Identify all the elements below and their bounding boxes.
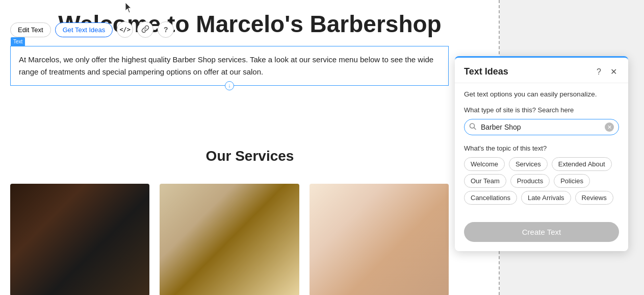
tags-row-2: Our Team Products Policies — [464, 174, 619, 188]
tag-policies[interactable]: Policies — [554, 174, 590, 188]
tags-row-1: Welcome Services Extended About — [464, 157, 619, 171]
search-clear-button[interactable]: ✕ — [605, 122, 614, 132]
edit-text-button[interactable]: Edit Text — [10, 22, 51, 37]
editor-toolbar: Edit Text Get Text Ideas </> ? — [10, 21, 174, 38]
tag-our-team[interactable]: Our Team — [464, 174, 506, 188]
editor-canvas: Edit Text Get Text Ideas </> ? Welcome t… — [0, 0, 500, 295]
images-row — [10, 184, 449, 295]
site-type-label: What type of site is this? Search here — [464, 106, 619, 114]
search-icon — [469, 123, 476, 132]
tags-row-3: Cancellations Late Arrivals Reviews — [464, 191, 619, 205]
image-2 — [160, 184, 299, 295]
get-text-ideas-button[interactable]: Get Text Ideas — [55, 22, 113, 37]
create-text-button[interactable]: Create Text — [464, 222, 619, 242]
tag-cancellations[interactable]: Cancellations — [464, 191, 517, 205]
panel-help-button[interactable]: ? — [595, 66, 603, 78]
tag-products[interactable]: Products — [510, 174, 550, 188]
create-btn-wrapper: Create Text — [455, 215, 628, 251]
link-icon — [141, 25, 149, 35]
text-ideas-panel: Text Ideas ? ✕ Get text options you can … — [455, 56, 628, 251]
site-type-search-input[interactable] — [464, 119, 619, 135]
text-block[interactable]: Text At Marcelos, we only offer the high… — [10, 46, 449, 86]
image-1 — [10, 184, 149, 295]
section-title: Our Services — [0, 148, 500, 164]
panel-close-button[interactable]: ✕ — [608, 66, 619, 78]
topic-label: What's the topic of this text? — [464, 144, 619, 152]
panel-description: Get text options you can easily personal… — [464, 90, 619, 98]
tag-welcome[interactable]: Welcome — [464, 157, 505, 171]
panel-title: Text Ideas — [464, 66, 508, 77]
resize-handle[interactable]: ↓ — [225, 81, 234, 90]
code-icon: </> — [119, 26, 131, 33]
panel-header: Text Ideas ? ✕ — [455, 58, 628, 83]
code-icon-button[interactable]: </> — [117, 21, 133, 38]
text-block-label: Text — [11, 37, 25, 46]
help-icon: ? — [164, 26, 168, 34]
link-icon-button[interactable] — [137, 21, 153, 38]
tag-services[interactable]: Services — [509, 157, 548, 171]
image-3 — [310, 184, 449, 295]
tag-extended-about[interactable]: Extended About — [552, 157, 612, 171]
panel-header-actions: ? ✕ — [595, 66, 619, 78]
panel-body: Get text options you can easily personal… — [455, 83, 628, 215]
search-wrapper: ✕ — [464, 119, 619, 135]
text-block-content: At Marcelos, we only offer the highest q… — [19, 55, 433, 76]
help-icon-button[interactable]: ? — [158, 21, 174, 38]
tag-reviews[interactable]: Reviews — [575, 191, 613, 205]
tag-late-arrivals[interactable]: Late Arrivals — [521, 191, 571, 205]
